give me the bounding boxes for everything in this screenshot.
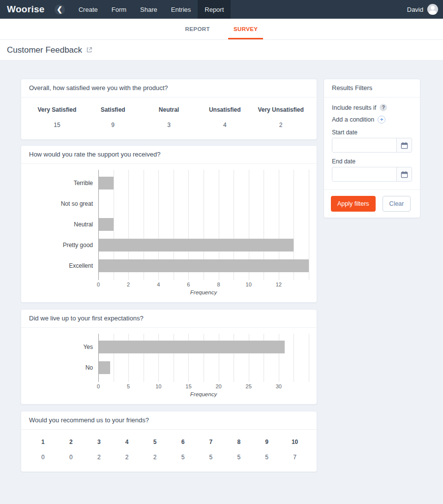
axis-tick: 0 <box>97 282 100 287</box>
end-date-calendar-button[interactable] <box>396 167 412 181</box>
external-link-icon[interactable] <box>86 47 92 53</box>
nav-item-share[interactable]: Share <box>133 0 164 19</box>
start-date-calendar-button[interactable] <box>396 138 412 152</box>
back-button[interactable]: ❮ <box>55 4 65 15</box>
user-avatar[interactable] <box>427 4 438 15</box>
axis-tick: 8 <box>217 282 220 287</box>
bar-label: Yes <box>29 344 98 350</box>
filters-title: Results Filters <box>324 79 420 97</box>
table-value-cell: 0 <box>57 454 85 461</box>
question-card-support: How would you rate the support you recei… <box>21 145 317 303</box>
results-column: Overall, how satisfied were you with the… <box>21 79 317 478</box>
question-card-recommend: Would you recommend us to your friends? … <box>21 411 317 472</box>
start-date-input[interactable] <box>332 138 396 152</box>
bar-row: Neutral <box>29 214 309 235</box>
axis-tick: 5 <box>127 383 130 389</box>
bar <box>98 239 294 252</box>
table-header-cell: 2 <box>57 439 85 445</box>
nav-item-report[interactable]: Report <box>198 0 231 19</box>
axis-tick: 10 <box>155 383 161 389</box>
end-date-input[interactable] <box>332 167 396 181</box>
top-navbar: Woorise ❮ CreateFormShareEntriesReport D… <box>0 0 443 19</box>
x-axis-ticks: 024681012 <box>98 280 309 288</box>
table-value-cell: 5 <box>253 454 281 461</box>
bar-row: No <box>29 357 309 378</box>
axis-tick: 2 <box>127 282 130 287</box>
help-icon[interactable]: ? <box>380 104 387 111</box>
page-title: Customer Feedback <box>7 45 82 55</box>
nav-item-entries[interactable]: Entries <box>164 0 198 19</box>
chevron-left-icon: ❮ <box>57 6 62 13</box>
axis-tick: 15 <box>185 383 191 389</box>
add-condition-button[interactable]: + <box>378 116 385 124</box>
bar-label: Neutral <box>29 221 98 228</box>
question-title: Overall, how satisfied were you with the… <box>21 79 317 97</box>
table-value-cell: 15 <box>29 122 85 128</box>
question-title: Would you recommend us to your friends? <box>21 411 317 430</box>
report-survey-tabs: REPORT SURVEY <box>0 19 443 40</box>
axis-tick: 20 <box>215 383 221 389</box>
table-header-cell: 4 <box>113 439 141 445</box>
axis-tick: 12 <box>276 282 282 287</box>
apply-filters-button[interactable]: Apply filters <box>331 196 376 212</box>
bar-label: Excellent <box>29 262 98 269</box>
table-header-cell: 8 <box>225 439 253 445</box>
end-date-group <box>332 167 412 182</box>
x-axis-label: Frequency <box>98 390 309 397</box>
gridline <box>309 170 309 280</box>
results-filters-card: Results Filters Include results if ? Add… <box>324 79 420 218</box>
table-header-cell: 3 <box>85 439 113 445</box>
navbar-menu: CreateFormShareEntriesReport <box>72 0 231 19</box>
axis-tick: 30 <box>276 383 282 389</box>
tab-report[interactable]: REPORT <box>180 19 215 39</box>
bar <box>98 259 309 272</box>
nav-item-create[interactable]: Create <box>72 0 105 19</box>
bar <box>98 218 114 231</box>
table-value-cell: 2 <box>253 122 309 128</box>
table-value-cell: 5 <box>197 454 225 461</box>
x-axis-label: Frequency <box>98 288 309 295</box>
bar-label: Not so great <box>29 200 98 207</box>
bar-row: Terrible <box>29 173 309 193</box>
table-value-cell: 3 <box>141 122 197 128</box>
gridline <box>309 334 309 382</box>
table-header-cell: Neutral <box>141 106 197 113</box>
woorise-logo[interactable]: Woorise <box>0 0 50 19</box>
page-title-band: Customer Feedback <box>0 40 443 61</box>
question-title: How would you rate the support you recei… <box>21 146 317 164</box>
y-axis-line <box>98 334 99 382</box>
bar <box>98 361 110 374</box>
table-value-cell: 2 <box>141 454 169 461</box>
table-value-cell: 7 <box>281 454 309 461</box>
table-header-row: Very SatisfiedSatisfiedNeutralUnsatisfie… <box>29 106 309 113</box>
axis-tick: 0 <box>97 383 100 389</box>
table-value-cell: 5 <box>169 454 197 461</box>
bar-label: Pretty good <box>29 242 98 249</box>
bar-label: No <box>29 364 98 371</box>
table-header-cell: Satisfied <box>85 106 141 113</box>
clear-button[interactable]: Clear <box>383 196 411 212</box>
expectations-chart: YesNo051015202530 Frequency <box>21 328 317 404</box>
user-name[interactable]: David <box>407 6 423 13</box>
bar-label: Terrible <box>29 180 98 187</box>
nav-item-form[interactable]: Form <box>105 0 133 19</box>
axis-tick: 6 <box>187 282 190 287</box>
question-card-expectations: Did we live up to your first expectation… <box>21 309 317 405</box>
table-value-cell: 5 <box>225 454 253 461</box>
content-area: Overall, how satisfied were you with the… <box>0 61 443 478</box>
bar <box>98 341 285 353</box>
table-value-cell: 9 <box>85 122 141 128</box>
bar-row: Excellent <box>29 255 309 276</box>
table-header-cell: 1 <box>29 439 57 445</box>
tab-survey[interactable]: SURVEY <box>228 19 263 39</box>
recommend-table: 123456789100022255557 <box>21 430 317 472</box>
table-header-cell: 5 <box>141 439 169 445</box>
table-header-cell: Unsatisfied <box>197 106 253 113</box>
start-date-label: Start date <box>332 129 412 136</box>
table-header-cell: 9 <box>253 439 281 445</box>
bar-chart: TerribleNot so greatNeutralPretty goodEx… <box>29 170 309 288</box>
calendar-icon <box>401 142 408 149</box>
filters-footer: Apply filters Clear <box>324 189 420 218</box>
y-axis-line <box>98 170 99 280</box>
table-header-cell: 6 <box>169 439 197 445</box>
